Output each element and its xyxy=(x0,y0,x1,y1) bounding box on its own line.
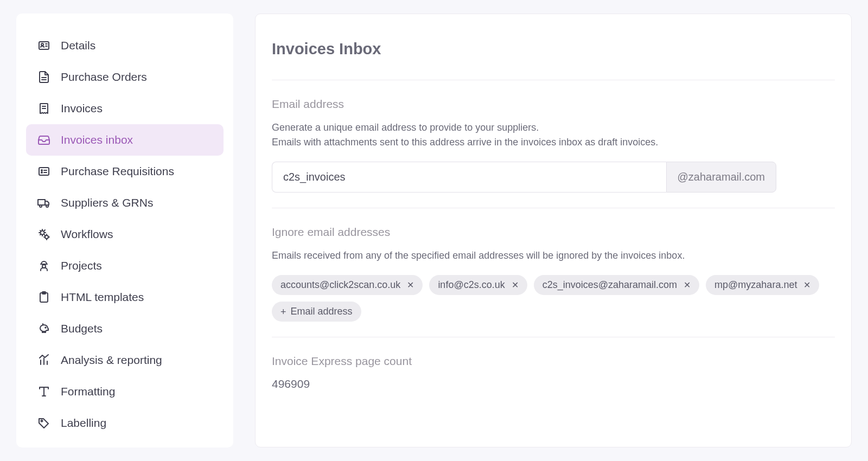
svg-point-21 xyxy=(45,327,46,328)
add-ignore-email-button[interactable]: + Email address xyxy=(272,302,361,322)
svg-point-9 xyxy=(41,170,42,171)
ignore-section: Ignore email addresses Emails received f… xyxy=(272,208,835,337)
page-count-value: 496909 xyxy=(272,377,835,390)
ignore-chip: c2s_invoices@zaharamail.com ✕ xyxy=(534,275,699,295)
sidebar-item-label: Formatting xyxy=(61,385,115,398)
email-prefix-input[interactable] xyxy=(272,162,666,193)
email-label: Email address xyxy=(272,98,835,111)
settings-sidebar: Details Purchase Orders Invoices Invoice… xyxy=(16,14,233,447)
sidebar-item-label: Suppliers & GRNs xyxy=(61,196,153,209)
svg-rect-8 xyxy=(39,168,49,175)
sidebar-item-budgets[interactable]: Budgets xyxy=(26,313,224,344)
receipt-icon xyxy=(37,101,51,116)
chip-remove-icon[interactable]: ✕ xyxy=(684,281,691,290)
sidebar-item-label: Invoices xyxy=(61,102,103,115)
chip-text: c2s_invoices@zaharamail.com xyxy=(542,279,677,291)
gears-icon xyxy=(37,227,51,241)
id-card-icon xyxy=(37,39,51,53)
sidebar-item-analysis-reporting[interactable]: Analysis & reporting xyxy=(26,344,224,376)
chip-text: info@c2s.co.uk xyxy=(438,279,505,291)
clipboard-icon xyxy=(37,290,51,304)
email-description: Generate a unique email address to provi… xyxy=(272,120,835,150)
chip-text: mp@myzahara.net xyxy=(714,279,797,291)
sidebar-item-formatting[interactable]: Formatting xyxy=(26,376,224,407)
svg-rect-13 xyxy=(38,200,45,205)
email-input-group: @zaharamail.com xyxy=(272,162,776,193)
sidebar-item-label: Purchase Requisitions xyxy=(61,165,174,178)
ignore-description: Emails received from any of the specifie… xyxy=(272,248,835,263)
chip-text: accounts@click2scan.co.uk xyxy=(280,279,400,291)
ignore-chips: accounts@click2scan.co.uk ✕ info@c2s.co.… xyxy=(272,275,835,322)
ignore-chip: info@c2s.co.uk ✕ xyxy=(429,275,527,295)
page-count-section: Invoice Express page count 496909 xyxy=(272,337,835,406)
sidebar-item-details[interactable]: Details xyxy=(26,30,224,61)
plus-icon: + xyxy=(280,307,286,317)
piggy-bank-icon xyxy=(37,322,51,336)
sidebar-item-label: HTML templates xyxy=(61,291,144,304)
sidebar-item-label: Analysis & reporting xyxy=(61,354,162,367)
sidebar-item-label: Labelling xyxy=(61,417,106,430)
email-section: Email address Generate a unique email ad… xyxy=(272,80,835,208)
svg-point-15 xyxy=(46,205,48,207)
sidebar-item-workflows[interactable]: Workflows xyxy=(26,219,224,250)
sidebar-item-projects[interactable]: Projects xyxy=(26,250,224,281)
sidebar-item-label: Projects xyxy=(61,259,102,272)
add-chip-label: Email address xyxy=(291,306,353,317)
sidebar-item-html-templates[interactable]: HTML templates xyxy=(26,281,224,313)
app-root: Details Purchase Orders Invoices Invoice… xyxy=(0,0,868,461)
sidebar-item-labelling[interactable]: Labelling xyxy=(26,407,224,439)
email-domain-suffix: @zaharamail.com xyxy=(666,162,776,193)
sidebar-item-label: Workflows xyxy=(61,228,113,241)
chip-remove-icon[interactable]: ✕ xyxy=(512,281,519,290)
page-title: Invoices Inbox xyxy=(272,40,835,58)
ignore-chip: accounts@click2scan.co.uk ✕ xyxy=(272,275,423,295)
svg-point-1 xyxy=(41,43,43,46)
page-count-label: Invoice Express page count xyxy=(272,355,835,368)
list-box-icon xyxy=(37,164,51,178)
svg-point-27 xyxy=(41,420,43,422)
main-panel: Invoices Inbox Email address Generate a … xyxy=(255,14,852,447)
sidebar-item-invoices-inbox[interactable]: Invoices inbox xyxy=(26,124,224,156)
chip-remove-icon[interactable]: ✕ xyxy=(803,281,810,290)
file-text-icon xyxy=(37,70,51,84)
ignore-label: Ignore email addresses xyxy=(272,226,835,239)
chip-remove-icon[interactable]: ✕ xyxy=(407,281,414,290)
ignore-chip: mp@myzahara.net ✕ xyxy=(706,275,819,295)
svg-rect-0 xyxy=(39,42,49,49)
type-icon xyxy=(37,385,51,399)
sidebar-item-suppliers-grns[interactable]: Suppliers & GRNs xyxy=(26,187,224,219)
truck-icon xyxy=(37,196,51,210)
svg-point-10 xyxy=(41,172,42,173)
sidebar-item-purchase-requisitions[interactable]: Purchase Requisitions xyxy=(26,156,224,187)
chart-icon xyxy=(37,353,51,367)
sidebar-item-invoices[interactable]: Invoices xyxy=(26,93,224,124)
sidebar-item-label: Details xyxy=(61,39,95,52)
sidebar-item-label: Purchase Orders xyxy=(61,71,147,84)
tag-icon xyxy=(37,416,51,430)
sidebar-item-label: Budgets xyxy=(61,322,103,335)
svg-point-14 xyxy=(40,205,42,207)
worker-icon xyxy=(37,259,51,273)
inbox-icon xyxy=(37,133,51,147)
sidebar-item-purchase-orders[interactable]: Purchase Orders xyxy=(26,61,224,93)
sidebar-item-label: Invoices inbox xyxy=(61,133,133,146)
